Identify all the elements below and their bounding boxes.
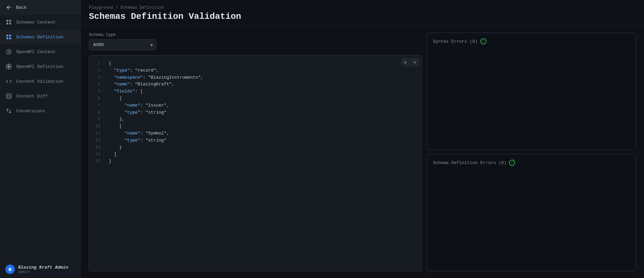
svg-rect-15 xyxy=(6,94,11,98)
sidebar-item-schemas-content-label: Schemas Content xyxy=(16,20,56,25)
schema-type-select-wrapper: AVRO JSON PROTOBUF ▾ xyxy=(89,39,156,50)
syntax-errors-box: Syntax Errors (0) xyxy=(427,33,636,150)
content-validation-icon xyxy=(5,78,12,85)
code-editor[interactable]: ⧉ ≡ 123456789101112131415 { "type": "rec… xyxy=(89,55,422,271)
sidebar-item-openapi-content[interactable]: OpenAPI Content xyxy=(0,44,80,59)
svg-point-8 xyxy=(8,51,10,53)
schema-definition-errors-label: Schema Definition Errors (0) xyxy=(433,160,506,165)
svg-rect-3 xyxy=(9,23,11,25)
editor-panel: Schema type AVRO JSON PROTOBUF ▾ ⧉ ≡ 123… xyxy=(89,33,422,271)
breadcrumb: Playground / Schemas Definition xyxy=(89,5,636,10)
schema-definition-errors-box: Schema Definition Errors (0) xyxy=(427,154,636,271)
content-area: Schema type AVRO JSON PROTOBUF ▾ ⧉ ≡ 123… xyxy=(81,26,644,278)
sidebar-item-conversions[interactable]: Conversions xyxy=(0,104,80,118)
code-content[interactable]: { "type": "record", "namespace": "Blazin… xyxy=(104,55,421,271)
svg-rect-4 xyxy=(6,35,8,36)
sidebar-item-openapi-content-label: OpenAPI Content xyxy=(16,49,56,54)
schema-definition-errors-header: Schema Definition Errors (0) xyxy=(433,160,630,166)
sidebar-item-schemas-definition[interactable]: Schemas Definition xyxy=(0,30,80,44)
syntax-errors-header: Syntax Errors (0) xyxy=(433,38,630,44)
schema-definition-errors-check-icon xyxy=(509,160,515,166)
toolbar-format-button[interactable]: ≡ xyxy=(411,58,419,66)
sidebar-item-content-validation[interactable]: Content Validation xyxy=(0,74,80,89)
openapi-content-icon xyxy=(5,48,12,55)
sidebar: Back Schemas Content Schemas Definition … xyxy=(0,0,81,278)
page-title: Schemas Definition Validation xyxy=(89,11,636,22)
openapi-definition-icon xyxy=(5,63,12,70)
syntax-errors-label: Syntax Errors (0) xyxy=(433,39,478,44)
svg-rect-5 xyxy=(9,35,11,36)
sidebar-item-openapi-definition-label: OpenAPI Definition xyxy=(16,64,63,69)
sidebar-item-schemas-definition-label: Schemas Definition xyxy=(16,35,63,40)
sidebar-item-conversions-label: Conversions xyxy=(16,109,45,114)
syntax-errors-check-icon xyxy=(480,38,486,44)
editor-toolbar: ⧉ ≡ xyxy=(401,58,419,66)
sidebar-item-openapi-definition[interactable]: OpenAPI Definition xyxy=(0,59,80,74)
user-name: Blazing Kraft Admin xyxy=(18,265,68,270)
user-profile: B Blazing Kraft Admin admin xyxy=(0,260,80,278)
sidebar-item-content-diff-label: Content Diff xyxy=(16,94,48,99)
sidebar-item-back[interactable]: Back xyxy=(0,0,80,15)
schema-type-label: Schema type xyxy=(89,33,422,37)
svg-rect-6 xyxy=(6,38,8,39)
main-content: Playground / Schemas Definition Schemas … xyxy=(81,0,644,278)
toolbar-copy-button[interactable]: ⧉ xyxy=(401,58,409,66)
svg-rect-7 xyxy=(9,38,11,39)
sidebar-item-back-label: Back xyxy=(16,5,27,10)
schemas-definition-icon xyxy=(5,34,12,40)
arrow-left-icon xyxy=(5,4,12,11)
page-header: Playground / Schemas Definition Schemas … xyxy=(81,0,644,26)
sidebar-item-schemas-content[interactable]: Schemas Content xyxy=(0,15,80,30)
user-info: Blazing Kraft Admin admin xyxy=(18,265,68,274)
svg-point-10 xyxy=(8,66,10,68)
schemas-content-icon xyxy=(5,19,12,26)
sidebar-item-content-diff[interactable]: Content Diff xyxy=(0,89,80,104)
user-role: admin xyxy=(18,270,68,274)
svg-rect-0 xyxy=(6,20,8,22)
avatar: B xyxy=(5,265,15,274)
conversions-icon xyxy=(5,108,12,114)
results-panel: Syntax Errors (0) Schema Definition Erro… xyxy=(427,33,636,271)
line-numbers: 123456789101112131415 xyxy=(89,55,104,271)
sidebar-item-content-validation-label: Content Validation xyxy=(16,79,63,84)
svg-rect-1 xyxy=(9,20,11,22)
content-diff-icon xyxy=(5,93,12,100)
schema-type-select[interactable]: AVRO JSON PROTOBUF xyxy=(89,39,156,50)
svg-rect-2 xyxy=(6,23,8,25)
